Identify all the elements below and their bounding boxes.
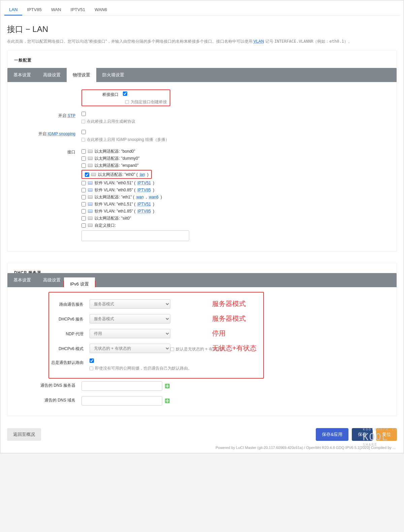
dhcpv6-mode-select[interactable]: 无状态的 + 有状态的	[90, 344, 170, 353]
interface-checkbox[interactable]	[81, 156, 86, 161]
tab-iptv85[interactable]: IPTV85	[22, 4, 46, 15]
stp-link[interactable]: STP	[68, 113, 75, 118]
hint-icon	[81, 138, 85, 142]
default-route-label: 总是通告默认路由	[50, 358, 88, 366]
add-icon[interactable]	[165, 384, 170, 388]
interface-checkbox[interactable]	[81, 149, 86, 154]
interface-row: 以太网适配器: "bond0"	[81, 148, 392, 155]
igmp-checkbox[interactable]	[81, 130, 86, 134]
interface-text: 以太网适配器: "siit0"	[95, 216, 131, 221]
dhcp-server-panel: DHCP 服务器 IPv6 设置 基本设置 高级设置 IPv6 设置 路由通告服…	[7, 263, 397, 416]
bridge-label: 桥接接口	[85, 92, 122, 98]
vlan-adapter-icon	[88, 210, 93, 213]
top-tabs: LAN IPTV85 WAN IPTV51 WAN6	[4, 4, 400, 16]
vlan-adapter-icon	[88, 202, 93, 206]
interface-text: 软件 VLAN: "eth0.85" (	[95, 187, 135, 193]
subtab-ipv6[interactable]: IPv6 设置	[64, 277, 95, 291]
stp-label: 开启 STP	[12, 112, 79, 119]
interface-text: 以太网适配器: "bond0"	[95, 149, 135, 154]
interface-checkbox[interactable]	[81, 216, 86, 221]
interface-checkbox[interactable]	[81, 209, 86, 214]
vlan-adapter-icon	[88, 188, 93, 192]
subtab-dhcp-adv[interactable]: 高级设置	[37, 273, 67, 287]
interface-link[interactable]: IPTV51	[137, 181, 151, 185]
dhcpv6-serv-select[interactable]: 服务器模式	[90, 314, 170, 324]
dns-domain-label: 通告的 DNS 域名	[12, 396, 79, 403]
general-config-title: 一般配置	[12, 55, 392, 68]
interface-text: 软件 VLAN: "eth0.51" (	[95, 180, 135, 186]
interface-checkbox[interactable]	[81, 163, 86, 168]
hint-icon	[81, 120, 85, 123]
interface-checkbox[interactable]	[81, 202, 86, 206]
interface-text: 软件 VLAN: "eth1.85" (	[95, 208, 135, 214]
dns-domain-input[interactable]	[81, 396, 162, 406]
interfaces-label: 接口	[12, 148, 79, 155]
igmp-hint: 在此桥接上启用 IGMP snooping 组播（多播）	[87, 137, 169, 143]
default-route-hint: 即使没有可用的公网前缀，也仍通告自己为默认路由。	[95, 366, 192, 371]
tab-wan[interactable]: WAN	[46, 4, 66, 15]
subtab-advanced[interactable]: 高级设置	[37, 68, 67, 82]
interface-row: 以太网适配器: "erspan0"	[81, 162, 392, 169]
interface-checkbox[interactable]	[81, 188, 86, 192]
tab-lan[interactable]: LAN	[4, 4, 22, 15]
interface-text: 以太网适配器: "dummy0"	[95, 156, 139, 161]
dns-server-input[interactable]	[81, 381, 162, 391]
page-desc: 在此页面，您可以配置网络接口。您可以勾选"桥接接口"，并输入由空格分隔的多个网络…	[7, 39, 397, 44]
ra-select[interactable]: 服务器模式	[90, 299, 170, 309]
bridge-checkbox[interactable]	[123, 91, 127, 96]
ndp-select[interactable]: 停用	[90, 329, 170, 338]
interface-row: 以太网适配器: "dummy0"	[81, 155, 392, 162]
ethernet-adapter-icon	[91, 173, 96, 176]
hint-icon	[170, 347, 174, 351]
dhcpv6-mode-label: DHCPv6 模式	[50, 345, 88, 352]
ndp-label: NDP 代理	[50, 330, 88, 337]
default-route-checkbox[interactable]	[90, 358, 94, 363]
ethernet-adapter-icon	[88, 157, 93, 160]
ethernet-adapter-icon	[88, 224, 93, 227]
vlan-help-link[interactable]: VLAN	[254, 39, 264, 44]
interface-row: 以太网适配器: "eth1" (wan, wan6)	[81, 194, 392, 201]
custom-interface-row: 自定义接口:	[81, 222, 392, 229]
interface-text: 软件 VLAN: "eth1.51" (	[95, 201, 135, 207]
subtab-basic[interactable]: 基本设置	[7, 68, 37, 82]
back-button[interactable]: 返回至概况	[7, 428, 41, 441]
igmp-label: 开启 IGMP snooping	[12, 130, 79, 137]
save-apply-button[interactable]: 保存&应用	[316, 428, 348, 441]
ethernet-adapter-icon	[88, 217, 93, 220]
interface-checkbox[interactable]	[81, 195, 86, 199]
vlan-adapter-icon	[88, 181, 93, 185]
subtab-physical[interactable]: 物理设置	[67, 68, 96, 82]
footer-text: Powered by LuCI Master (git-20.117.60969…	[4, 446, 396, 450]
interface-link[interactable]: wan	[136, 195, 144, 199]
tab-wan6[interactable]: WAN6	[90, 4, 112, 15]
interface-row: 软件 VLAN: "eth1.85" (IPTV85)	[81, 208, 392, 215]
ethernet-adapter-icon	[88, 195, 93, 199]
interface-link[interactable]: wan6	[149, 195, 159, 199]
page-title: 接口 − LAN	[7, 24, 397, 35]
interface-link[interactable]: IPTV51	[137, 202, 151, 206]
interface-link[interactable]: IPTV85	[137, 188, 151, 192]
bridge-hint: 为指定接口创建桥接	[131, 99, 167, 105]
custom-interface-input[interactable]	[81, 230, 189, 241]
interface-row: 软件 VLAN: "eth0.51" (IPTV51)	[81, 180, 392, 187]
custom-interface-label: 自定义接口:	[95, 223, 116, 228]
interface-checkbox[interactable]	[85, 173, 89, 177]
hint-icon	[125, 100, 129, 104]
annotation: 服务器模式	[212, 314, 246, 323]
subtab-firewall[interactable]: 防火墙设置	[96, 68, 130, 82]
interface-row: 软件 VLAN: "eth0.85" (IPTV85)	[81, 187, 392, 194]
interface-checkbox[interactable]	[81, 181, 86, 185]
interface-link[interactable]: lan	[140, 172, 145, 177]
tab-iptv51[interactable]: IPTV51	[66, 4, 90, 15]
dns-servers-label: 通告的 DNS 服务器	[12, 381, 79, 388]
interface-link[interactable]: IPTV85	[137, 209, 151, 214]
interface-row: 软件 VLAN: "eth1.51" (IPTV51)	[81, 201, 392, 208]
ethernet-adapter-icon	[88, 150, 93, 153]
hint-icon	[90, 367, 93, 370]
watermark: koolshare.cn KOOL SHARE	[363, 427, 398, 447]
custom-interface-checkbox[interactable]	[81, 223, 86, 228]
stp-checkbox[interactable]	[81, 112, 86, 116]
igmp-link[interactable]: IGMP snooping	[48, 131, 76, 136]
add-icon[interactable]	[165, 398, 170, 403]
subtab-dhcp-basic[interactable]: 基本设置	[7, 273, 37, 287]
